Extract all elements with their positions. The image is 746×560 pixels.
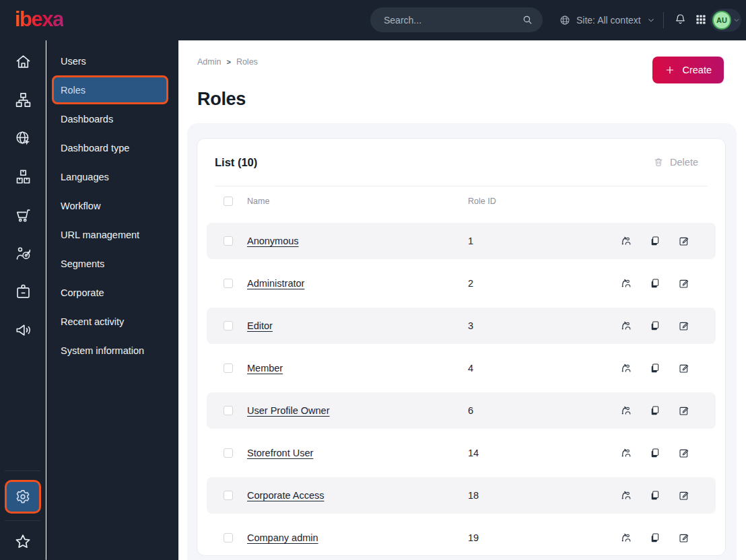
copy-icon[interactable]	[649, 320, 661, 332]
create-button-label: Create	[682, 65, 712, 75]
sidebar-item-segments[interactable]: Segments	[46, 249, 178, 278]
table-row: Storefront User 14	[207, 435, 716, 471]
row-checkbox[interactable]	[224, 236, 233, 246]
select-all-checkbox[interactable]	[224, 197, 233, 206]
assign-user-icon[interactable]	[620, 277, 632, 289]
row-checkbox[interactable]	[224, 448, 233, 458]
copy-icon[interactable]	[649, 235, 661, 247]
edit-icon[interactable]	[678, 235, 690, 247]
row-checkbox[interactable]	[224, 533, 233, 542]
search-icon[interactable]	[522, 14, 533, 26]
copy-icon[interactable]	[649, 447, 661, 459]
sidebar-item-url-management[interactable]: URL management	[46, 220, 178, 249]
edit-icon[interactable]	[678, 362, 690, 374]
assign-user-icon[interactable]	[620, 362, 632, 374]
role-name-link[interactable]: Member	[247, 363, 283, 374]
delete-button-label: Delete	[670, 157, 698, 168]
edit-icon[interactable]	[678, 447, 690, 459]
content-tree-icon[interactable]	[0, 81, 46, 119]
assign-user-icon[interactable]	[620, 447, 632, 459]
create-button[interactable]: Create	[652, 57, 724, 83]
role-id: 4	[468, 363, 473, 374]
avatar-chevron-down-icon	[733, 16, 741, 24]
edit-icon[interactable]	[678, 532, 690, 544]
site-context-selector[interactable]: Site: All context	[559, 11, 656, 30]
site-globe-icon[interactable]	[0, 119, 46, 158]
copy-icon[interactable]	[649, 277, 661, 289]
user-menu[interactable]: AU	[710, 9, 741, 32]
role-name-link[interactable]: User Profile Owner	[247, 405, 329, 416]
sidebar-item-system-information[interactable]: System information	[46, 336, 178, 365]
notifications-button[interactable]	[674, 13, 687, 26]
star-icon[interactable]	[0, 527, 46, 557]
row-checkbox[interactable]	[224, 279, 233, 288]
chevron-down-icon	[646, 15, 656, 25]
sidebar-item-workflow[interactable]: Workflow	[46, 191, 178, 220]
sidebar-item-dashboards[interactable]: Dashboards	[46, 104, 178, 133]
role-name-link[interactable]: Company admin	[247, 532, 318, 543]
rail-divider	[5, 470, 40, 471]
sidebar-item-label: Roles	[61, 85, 86, 96]
assign-user-icon[interactable]	[620, 320, 632, 332]
assign-user-icon[interactable]	[620, 532, 632, 544]
sidebar-item-corporate[interactable]: Corporate	[46, 278, 178, 307]
sidebar-item-label: Recent activity	[61, 316, 124, 327]
assign-user-icon[interactable]	[620, 405, 632, 417]
settings-gear-icon[interactable]	[5, 480, 41, 514]
copy-icon[interactable]	[649, 489, 661, 501]
list-title: List (10)	[215, 156, 257, 169]
page-title: Roles	[197, 89, 246, 110]
copy-icon[interactable]	[649, 405, 661, 417]
rail-divider	[5, 520, 40, 521]
delete-button[interactable]: Delete	[653, 157, 698, 168]
row-checkbox[interactable]	[224, 363, 233, 373]
role-name-link[interactable]: Editor	[247, 320, 273, 331]
sidebar-item-users[interactable]: Users	[46, 46, 178, 75]
home-icon[interactable]	[0, 42, 46, 81]
table-row: Member 4	[207, 350, 716, 386]
app-switcher-button[interactable]	[695, 13, 707, 26]
megaphone-icon[interactable]	[0, 311, 46, 349]
cart-icon[interactable]	[0, 196, 46, 234]
sidebar-item-label: Dashboards	[61, 114, 113, 125]
row-checkbox[interactable]	[224, 406, 233, 415]
sidebar-item-roles[interactable]: Roles	[52, 75, 168, 104]
table-row: Company admin 19	[207, 520, 716, 556]
sidebar-item-languages[interactable]: Languages	[46, 162, 178, 191]
breadcrumb-roles[interactable]: Roles	[236, 57, 258, 67]
row-actions	[620, 362, 690, 374]
row-checkbox[interactable]	[224, 321, 233, 330]
main-content: Admin > Roles Create Roles List (10) Del…	[178, 40, 746, 560]
copy-icon[interactable]	[649, 362, 661, 374]
role-name-link[interactable]: Administrator	[247, 278, 304, 289]
app-grid-icon	[695, 13, 707, 26]
row-actions	[620, 405, 690, 417]
sidebar-item-dashboard-type[interactable]: Dashboard type	[46, 133, 178, 162]
role-name-link[interactable]: Corporate Access	[247, 490, 324, 501]
bell-icon	[674, 13, 687, 26]
sidebar-item-recent-activity[interactable]: Recent activity	[46, 307, 178, 336]
ibexa-logo: ibexa	[15, 7, 63, 32]
assign-user-icon[interactable]	[620, 235, 632, 247]
edit-icon[interactable]	[678, 489, 690, 501]
id-badge-icon[interactable]	[0, 273, 46, 311]
copy-icon[interactable]	[649, 532, 661, 544]
sidebar-item-label: System information	[61, 345, 144, 356]
sidebar-item-label: Corporate	[61, 287, 104, 298]
row-checkbox[interactable]	[224, 491, 233, 500]
role-name-link[interactable]: Anonymous	[247, 236, 299, 246]
role-name-link[interactable]: Storefront User	[247, 448, 313, 458]
breadcrumb-admin[interactable]: Admin	[197, 57, 221, 67]
global-search[interactable]	[370, 7, 543, 32]
edit-icon[interactable]	[678, 320, 690, 332]
content-container: List (10) Delete Name Role ID Anonymou	[187, 123, 737, 560]
topbar: ibexa Site: All context AU	[0, 0, 746, 40]
audience-target-icon[interactable]	[0, 234, 46, 273]
search-input[interactable]	[384, 15, 522, 26]
plus-icon	[665, 65, 675, 75]
assign-user-icon[interactable]	[620, 489, 632, 501]
edit-icon[interactable]	[678, 405, 690, 417]
edit-icon[interactable]	[678, 277, 690, 289]
table-row: Editor 3	[207, 308, 716, 344]
packages-icon[interactable]	[0, 158, 46, 196]
